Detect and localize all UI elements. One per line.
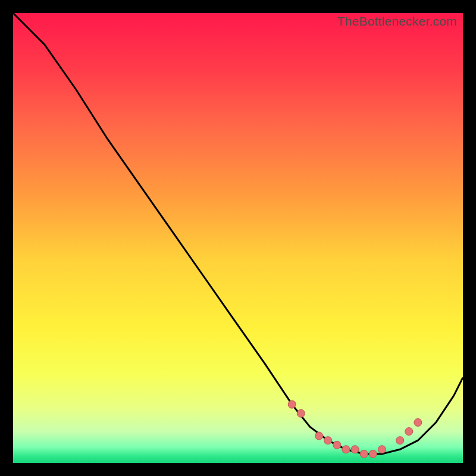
- highlight-dot: [360, 450, 368, 458]
- highlight-dot: [288, 400, 296, 408]
- chart-svg: [13, 13, 463, 463]
- chart-frame: TheBottlenecker.com: [13, 13, 463, 463]
- highlight-dot: [369, 450, 377, 458]
- highlight-dot: [342, 446, 350, 453]
- highlight-dot: [297, 409, 305, 417]
- highlight-dot: [351, 446, 359, 453]
- highlight-dot: [324, 437, 332, 444]
- gradient-background: [13, 13, 463, 463]
- highlight-dot: [333, 441, 341, 449]
- highlight-dot: [414, 419, 422, 427]
- highlight-dot: [315, 432, 323, 440]
- highlight-dot: [396, 437, 404, 444]
- highlight-dot: [378, 446, 386, 453]
- highlight-dot: [405, 428, 413, 436]
- watermark-text: TheBottlenecker.com: [337, 14, 457, 29]
